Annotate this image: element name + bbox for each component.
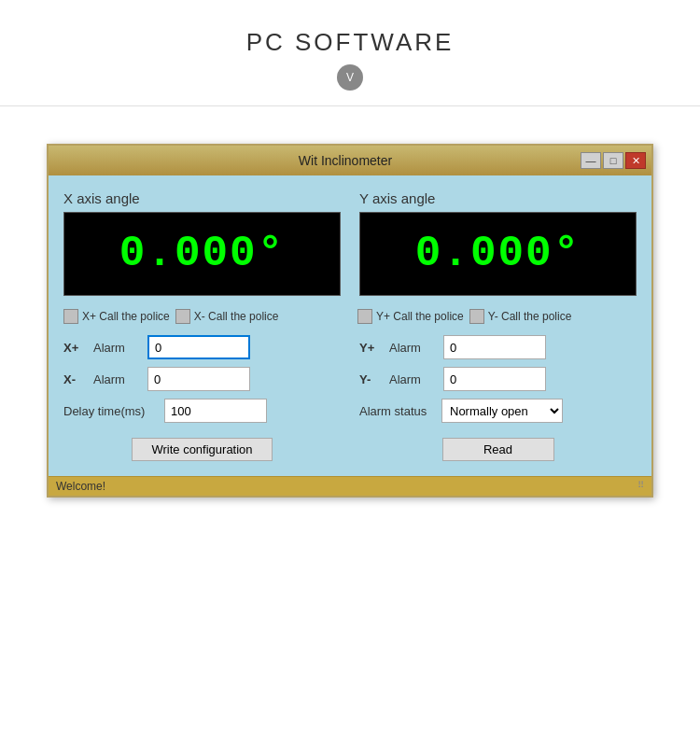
x-minus-axis-label: X-: [63, 372, 86, 386]
x-minus-alarm-input[interactable]: [147, 367, 250, 391]
y-minus-axis-label: Y-: [359, 372, 382, 386]
status-bar: Welcome! ⠿: [49, 476, 651, 496]
btn-left: Write configuration: [63, 438, 341, 461]
window-body: X axis angle 0.000° Y axis angle 0.000° …: [49, 175, 651, 476]
y-plus-alarm-row: Y+ Alarm: [359, 335, 637, 359]
btn-right: Read: [359, 438, 637, 461]
x-plus-alarm-row: X+ Alarm: [63, 335, 341, 359]
alarm-status-label: Alarm status: [359, 404, 434, 418]
write-config-button[interactable]: Write configuration: [132, 438, 272, 461]
y-plus-alarm-text: Alarm: [389, 341, 436, 355]
police-label-y-minus: Y- Call the police: [488, 310, 572, 323]
x-minus-alarm-text: Alarm: [93, 372, 140, 386]
version-badge: V: [337, 64, 363, 91]
controls-right: Y+ Alarm Y- Alarm Alarm status Normally …: [359, 335, 637, 430]
page-title: PC SOFTWARE: [0, 28, 700, 57]
police-item-x-minus: X- Call the police: [175, 309, 279, 324]
y-axis-display: 0.000°: [359, 212, 637, 296]
y-plus-axis-label: Y+: [359, 341, 382, 355]
police-section-right: Y+ Call the police Y- Call the police: [357, 309, 637, 324]
alarm-status-row: Alarm status Normally open Normally clos…: [359, 399, 637, 423]
window-title: Wit Inclinometer: [54, 153, 581, 168]
status-message: Welcome!: [56, 480, 105, 493]
police-section-left: X+ Call the police X- Call the police: [63, 309, 343, 324]
police-checkbox-y-minus[interactable]: [469, 309, 484, 324]
buttons-row: Write configuration Read: [63, 438, 637, 461]
x-minus-alarm-row: X- Alarm: [63, 367, 341, 391]
police-item-x-plus: X+ Call the police: [63, 309, 170, 324]
read-button[interactable]: Read: [442, 438, 554, 461]
resize-handle: ⠿: [637, 480, 644, 493]
divider: [0, 105, 700, 106]
delay-row: Delay time(ms): [63, 399, 341, 423]
angle-row: X axis angle 0.000° Y axis angle 0.000°: [63, 190, 637, 296]
controls-left: X+ Alarm X- Alarm Delay time(ms): [63, 335, 341, 430]
title-bar: Wit Inclinometer — □ ✕: [49, 146, 651, 175]
x-axis-section: X axis angle 0.000°: [63, 190, 341, 296]
x-plus-alarm-text: Alarm: [93, 341, 140, 355]
police-item-y-plus: Y+ Call the police: [357, 309, 464, 324]
delay-input[interactable]: [164, 399, 267, 423]
x-axis-display: 0.000°: [63, 212, 341, 296]
y-axis-label: Y axis angle: [359, 190, 637, 206]
police-item-y-minus: Y- Call the police: [469, 309, 572, 324]
y-minus-alarm-input[interactable]: [443, 367, 546, 391]
x-axis-label: X axis angle: [63, 190, 341, 206]
x-plus-axis-label: X+: [63, 341, 86, 355]
y-minus-alarm-text: Alarm: [389, 372, 436, 386]
police-checkbox-y-plus[interactable]: [357, 309, 372, 324]
police-label-y-plus: Y+ Call the police: [376, 310, 464, 323]
y-plus-alarm-input[interactable]: [443, 335, 546, 359]
app-window: Wit Inclinometer — □ ✕ X axis angle 0.00…: [47, 144, 653, 498]
x-plus-alarm-input[interactable]: [147, 335, 250, 359]
page-title-area: PC SOFTWARE V: [0, 0, 700, 100]
minimize-button[interactable]: —: [581, 152, 601, 169]
controls-row: X+ Alarm X- Alarm Delay time(ms) Y+: [63, 335, 637, 430]
alarm-status-select[interactable]: Normally open Normally closed: [441, 399, 563, 423]
police-checkbox-x-minus[interactable]: [175, 309, 190, 324]
police-checkbox-x-plus[interactable]: [63, 309, 78, 324]
close-button[interactable]: ✕: [625, 152, 646, 169]
police-row: X+ Call the police X- Call the police Y+…: [63, 309, 637, 324]
police-label-x-minus: X- Call the police: [194, 310, 279, 323]
y-axis-section: Y axis angle 0.000°: [359, 190, 637, 296]
delay-label: Delay time(ms): [63, 404, 157, 418]
maximize-button[interactable]: □: [603, 152, 623, 169]
window-controls: — □ ✕: [581, 152, 646, 169]
y-minus-alarm-row: Y- Alarm: [359, 367, 637, 391]
police-label-x-plus: X+ Call the police: [82, 310, 170, 323]
